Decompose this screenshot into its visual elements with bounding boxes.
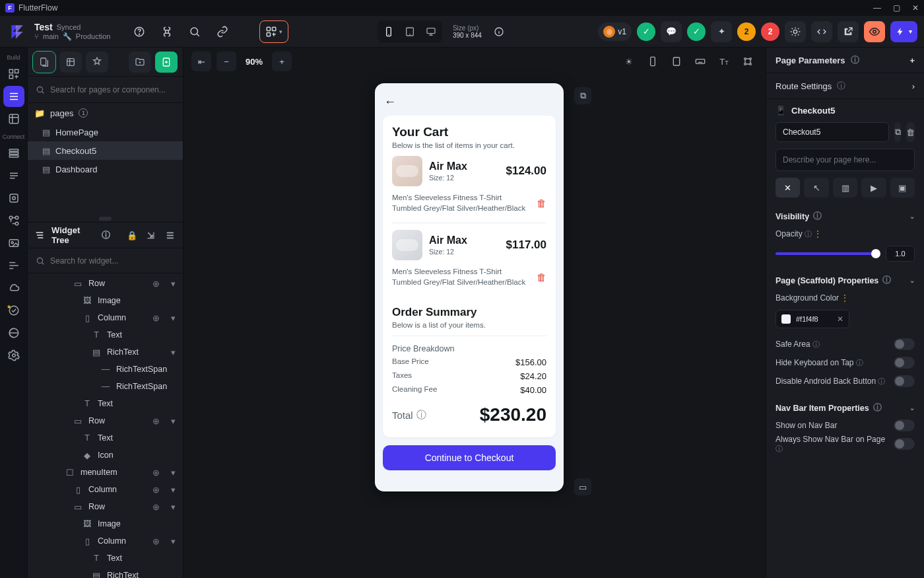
rail-custom-code[interactable]: [3, 255, 24, 276]
safe-area-toggle[interactable]: [894, 338, 915, 350]
link-icon[interactable]: [212, 21, 233, 42]
search-icon[interactable]: [184, 21, 205, 42]
optimize-button[interactable]: ✦: [711, 21, 732, 42]
text-scale-icon[interactable]: TT: [714, 52, 734, 71]
show-nav-toggle[interactable]: [894, 419, 915, 431]
tree-node[interactable]: ▯Column⊕▾: [28, 532, 183, 550]
tree-node[interactable]: ◆Icon: [28, 447, 183, 464]
multi-device-icon[interactable]: [738, 52, 758, 71]
minimize-icon[interactable]: —: [873, 3, 881, 13]
page-item-dashboard[interactable]: ▤Dashboard: [28, 160, 183, 178]
back-arrow-icon[interactable]: ←: [384, 95, 556, 109]
wrap-icon[interactable]: ⊕: [150, 415, 162, 427]
wrap-icon[interactable]: ⊕: [150, 277, 162, 289]
opacity-value[interactable]: 1.0: [886, 246, 915, 262]
checkout-button[interactable]: Continue to Checkout: [383, 445, 556, 470]
panel-collapse-button[interactable]: ⇤: [191, 52, 211, 71]
tree-node[interactable]: —RichTextSpan: [28, 361, 183, 378]
chevron-down-icon[interactable]: ▾: [167, 501, 179, 513]
lp-tab-components[interactable]: [59, 52, 82, 73]
trash-icon[interactable]: 🗑: [537, 198, 546, 209]
chevron-down-icon[interactable]: ⌄: [909, 213, 915, 220]
tree-node[interactable]: 🖼Image: [28, 292, 183, 309]
page-name-input[interactable]: [776, 122, 889, 142]
page-description-input[interactable]: Describe your page here...: [776, 149, 915, 171]
tree-node[interactable]: ▭Row⊕▾: [28, 498, 183, 515]
expand-icon[interactable]: ⇲: [145, 228, 157, 242]
page-parameters-section[interactable]: Page Parameters ⓘ +: [766, 48, 924, 73]
page-item-checkout5[interactable]: ▤Checkout5: [28, 141, 183, 160]
lp-tab-marketplace[interactable]: [86, 52, 108, 73]
chevron-down-icon[interactable]: ▾: [167, 535, 179, 547]
chevron-down-icon[interactable]: ▾: [167, 312, 179, 324]
lp-tab-pages[interactable]: [33, 52, 55, 73]
info-icon[interactable]: [488, 21, 510, 42]
wrap-icon[interactable]: ⊕: [150, 501, 162, 513]
open-external-button[interactable]: [838, 21, 859, 42]
tree-node[interactable]: TText: [28, 550, 183, 567]
tree-node[interactable]: ▯Column⊕▾: [28, 481, 183, 498]
chevron-down-icon[interactable]: ▾: [167, 346, 179, 358]
rail-media[interactable]: [3, 233, 24, 254]
check-status-icon[interactable]: ✓: [637, 22, 655, 41]
maximize-icon[interactable]: ▢: [893, 3, 900, 13]
lock-icon[interactable]: 🔒: [125, 228, 138, 242]
tool-layout[interactable]: ▥: [833, 178, 857, 198]
run-button[interactable]: ▾: [890, 21, 917, 42]
chevron-down-icon[interactable]: ▾: [167, 277, 179, 289]
tool-design[interactable]: ✕: [776, 178, 800, 198]
rail-cloud[interactable]: [3, 277, 24, 299]
tree-node[interactable]: TText: [28, 326, 183, 343]
rail-firestore[interactable]: [3, 143, 24, 164]
chevron-down-icon[interactable]: ▾: [167, 484, 179, 495]
tree-node[interactable]: —RichTextSpan: [28, 378, 183, 395]
tree-node[interactable]: ▤RichText▾: [28, 343, 183, 361]
tree-node[interactable]: TText: [28, 395, 183, 412]
widget-search-input[interactable]: [50, 256, 175, 266]
wrap-icon[interactable]: ⊕: [150, 312, 162, 324]
zoom-in-button[interactable]: +: [272, 52, 292, 71]
lp-add-page[interactable]: [155, 52, 178, 73]
route-settings-section[interactable]: Route Settings ⓘ ›: [766, 73, 924, 99]
hide-kb-toggle[interactable]: [894, 357, 915, 369]
zoom-out-button[interactable]: −: [216, 52, 236, 71]
rail-theme[interactable]: [3, 322, 24, 343]
tree-node[interactable]: ▤RichText: [28, 567, 183, 578]
bgcolor-chip[interactable]: #f1f4f8 ✕: [776, 310, 849, 328]
info-icon[interactable]: ⓘ: [416, 409, 426, 421]
help-icon[interactable]: [129, 21, 150, 42]
chevron-down-icon[interactable]: ▾: [167, 466, 179, 478]
desktop-device-button[interactable]: [421, 22, 441, 42]
always-nav-toggle[interactable]: [894, 438, 915, 450]
rail-dashboard[interactable]: [3, 63, 24, 85]
theme-toggle-icon[interactable]: ☀: [619, 52, 639, 71]
screen-chip-icon[interactable]: ▭: [574, 478, 591, 495]
tool-more[interactable]: ▣: [890, 178, 915, 198]
tree-node[interactable]: TText: [28, 429, 183, 447]
lp-add-folder[interactable]: [129, 52, 151, 73]
flutterflow-logo[interactable]: [7, 21, 28, 42]
trash-icon[interactable]: 🗑: [537, 271, 546, 283]
command-palette-icon[interactable]: [156, 21, 178, 42]
preview-button[interactable]: [864, 21, 885, 42]
rail-storyboard[interactable]: [3, 108, 24, 129]
pages-search-input[interactable]: [50, 85, 175, 94]
copy-name-button[interactable]: ⧉: [894, 122, 901, 142]
wrap-icon[interactable]: ⊕: [150, 535, 162, 547]
slider-thumb[interactable]: [871, 249, 880, 258]
link-chip-icon[interactable]: ⧉: [574, 87, 591, 104]
warnings-badge[interactable]: 2: [737, 22, 756, 41]
errors-badge[interactable]: 2: [761, 22, 779, 41]
wrap-icon[interactable]: ⊕: [150, 466, 162, 478]
rail-api[interactable]: [3, 210, 24, 231]
resize-handle[interactable]: [99, 217, 112, 221]
check2-status-icon[interactable]: ✓: [687, 22, 706, 41]
device-tablet-icon[interactable]: [667, 52, 686, 71]
chevron-down-icon[interactable]: ⌄: [909, 277, 915, 284]
clear-color-icon[interactable]: ✕: [837, 314, 843, 324]
add-widget-button[interactable]: ▾: [259, 20, 288, 43]
opacity-slider[interactable]: [776, 252, 879, 255]
version-pill[interactable]: ◎ v1: [598, 22, 632, 41]
device-keyboard-icon[interactable]: [690, 52, 710, 71]
tool-play[interactable]: ▶: [861, 178, 886, 198]
